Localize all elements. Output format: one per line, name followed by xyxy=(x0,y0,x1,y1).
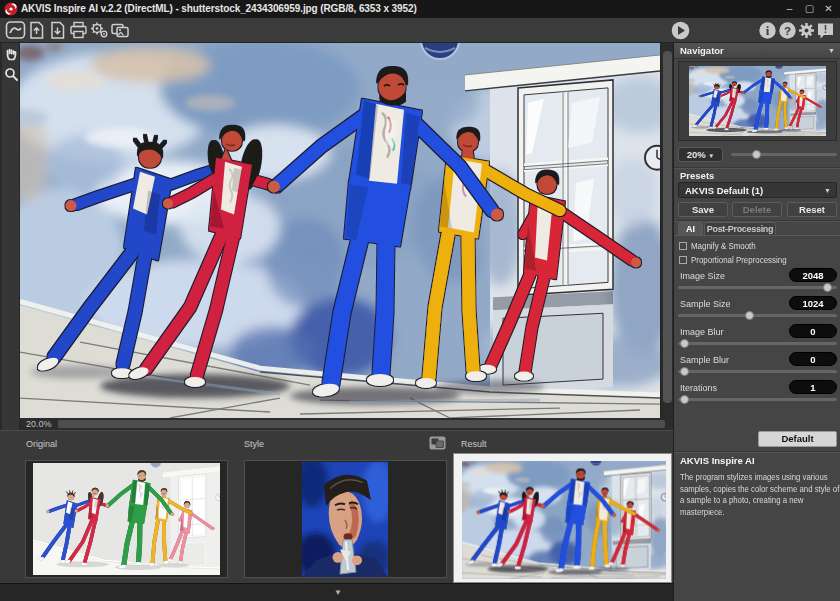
akvis-home-icon[interactable] xyxy=(5,21,26,40)
navigator-title: Navigator xyxy=(680,45,724,56)
image-blur-slider[interactable] xyxy=(678,342,837,345)
original-image xyxy=(33,463,220,575)
sample-size-label: Sample Size xyxy=(680,299,731,309)
result-thumbnail-selected[interactable] xyxy=(453,453,672,583)
magnify-smooth-row[interactable]: Magnify & Smooth xyxy=(679,241,765,251)
presets-label: Presets xyxy=(680,170,714,181)
original-thumbnail[interactable] xyxy=(25,460,228,578)
navigator-header[interactable]: Navigator ▼ xyxy=(674,43,840,59)
sample-size-slider[interactable] xyxy=(678,314,837,317)
feedback-icon[interactable]: ! xyxy=(815,21,836,40)
style-thumbnail[interactable] xyxy=(244,460,447,578)
iterations-label: Iterations xyxy=(680,383,717,393)
navigator-collapse-icon[interactable]: ▼ xyxy=(828,47,835,54)
about-title: AKVIS Inspire AI xyxy=(680,455,755,466)
image-size-slider[interactable] xyxy=(678,286,837,289)
app-logo-icon xyxy=(4,2,18,16)
close-button[interactable]: ✕ xyxy=(820,1,837,16)
iterations-value[interactable]: 1 xyxy=(789,380,837,394)
collapse-bar[interactable]: ▼ xyxy=(0,583,673,601)
navigator-preview[interactable] xyxy=(678,61,837,141)
image-size-label: Image Size xyxy=(680,271,725,281)
zoom-tool-icon[interactable] xyxy=(4,67,18,81)
svg-text:i: i xyxy=(766,24,770,38)
share-images-icon[interactable] xyxy=(110,21,131,40)
tab-underline xyxy=(674,235,840,236)
tab-ai[interactable]: AI xyxy=(678,222,703,235)
style-gallery-icon[interactable] xyxy=(429,436,446,450)
dropdown-arrow-icon: ▼ xyxy=(824,187,831,194)
sample-blur-value[interactable]: 0 xyxy=(789,352,837,366)
print-icon[interactable] xyxy=(68,21,89,40)
navigator-image xyxy=(689,66,826,136)
minimize-button[interactable]: – xyxy=(781,1,798,16)
style-label: Style xyxy=(244,439,264,449)
maximize-button[interactable]: ▢ xyxy=(801,1,818,16)
image-size-value[interactable]: 2048 xyxy=(789,268,837,282)
image-blur-label: Image Blur xyxy=(680,327,724,337)
delete-preset-button[interactable]: Delete xyxy=(732,202,782,217)
tool-strip xyxy=(0,43,20,430)
proportional-preprocessing-checkbox[interactable] xyxy=(679,256,687,264)
window-title: AKVIS Inspire AI v.2.2 (DirectML) - shut… xyxy=(21,3,417,14)
iterations-slider[interactable] xyxy=(678,398,837,401)
result-image xyxy=(462,461,666,579)
tab-post-processing[interactable]: Post-Processing xyxy=(704,222,776,235)
horizontal-scrollbar[interactable] xyxy=(58,420,665,428)
magnify-smooth-checkbox[interactable] xyxy=(679,242,687,250)
reset-preset-button[interactable]: Reset xyxy=(787,202,837,217)
about-description: The program stylizes images using variou… xyxy=(680,471,840,517)
result-label: Result xyxy=(461,439,487,449)
default-button[interactable]: Default xyxy=(758,431,837,447)
style-image xyxy=(302,462,388,577)
app-window: AKVIS Inspire AI v.2.2 (DirectML) - shut… xyxy=(0,0,840,601)
open-image-icon[interactable] xyxy=(26,21,47,40)
sample-blur-label: Sample Blur xyxy=(680,355,729,365)
vertical-scrollbar[interactable] xyxy=(660,43,673,418)
save-image-icon[interactable] xyxy=(47,21,68,40)
navigator-zoom-slider[interactable] xyxy=(731,153,837,156)
image-blur-value[interactable]: 0 xyxy=(789,324,837,338)
zoom-status: 20.0% xyxy=(26,419,52,429)
sample-size-value[interactable]: 1024 xyxy=(789,296,837,310)
svg-text:?: ? xyxy=(784,25,791,37)
divider xyxy=(674,167,840,169)
divider xyxy=(674,451,840,453)
sample-blur-slider[interactable] xyxy=(678,370,837,373)
batch-processing-icon[interactable] xyxy=(89,21,110,40)
settings-panel: Navigator ▼ 20% ▼ Presets AKVIS Default … xyxy=(673,43,840,601)
canvas-status-bar: 20.0% xyxy=(20,418,673,430)
filmstrip-panel: Original Style Result xyxy=(0,430,673,583)
zoom-value-button[interactable]: 20% ▼ xyxy=(678,147,723,162)
save-preset-button[interactable]: Save xyxy=(678,202,728,217)
svg-text:!: ! xyxy=(824,24,827,35)
proportional-preprocessing-row[interactable]: Proportional Preprocessing xyxy=(679,255,800,265)
stylized-result-image xyxy=(20,43,660,418)
info-icon[interactable]: i xyxy=(757,21,778,40)
hand-tool-icon[interactable] xyxy=(4,47,18,61)
toolbar: i ? ! xyxy=(0,18,840,43)
image-canvas[interactable] xyxy=(20,43,660,418)
preferences-gear-icon[interactable] xyxy=(796,21,817,40)
title-bar: AKVIS Inspire AI v.2.2 (DirectML) - shut… xyxy=(0,0,840,18)
help-icon[interactable]: ? xyxy=(777,21,798,40)
run-processing-icon[interactable] xyxy=(670,21,691,40)
original-label: Original xyxy=(26,439,57,449)
preset-dropdown[interactable]: AKVIS Default (1) ▼ xyxy=(678,182,837,198)
collapse-arrow-icon: ▼ xyxy=(334,588,342,597)
